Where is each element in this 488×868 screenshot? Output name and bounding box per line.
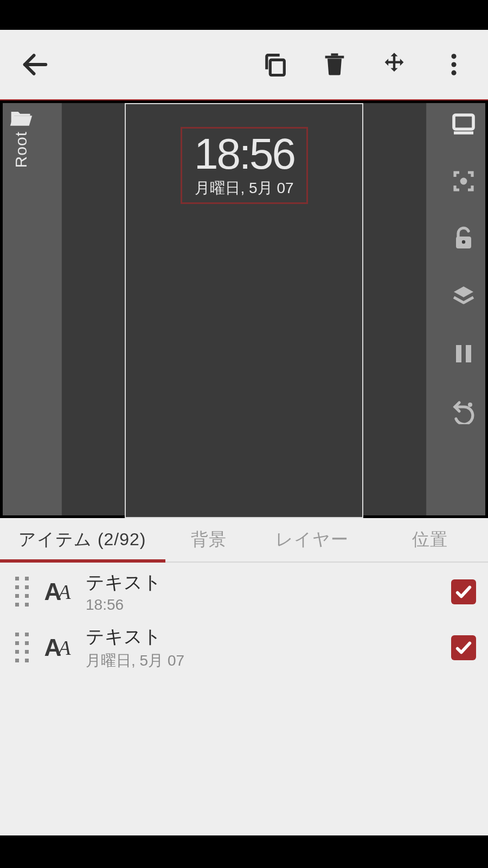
pause-button[interactable] [447,337,480,370]
preview-time-text: 18:56 [194,132,294,176]
move-icon [380,50,408,79]
rotation-lock-icon [451,398,477,424]
toolbar [0,30,488,99]
trash-icon [320,50,349,79]
rotation-lock-button[interactable] [447,395,480,427]
list-item[interactable]: AA テキスト 18:56 [0,565,488,619]
svg-point-6 [451,71,456,75]
tab-position[interactable]: 位置 [371,518,488,561]
back-button[interactable] [4,30,59,99]
svg-point-9 [460,178,467,185]
item-subtitle: 18:56 [86,596,439,614]
svg-point-14 [468,403,472,407]
check-icon [454,639,473,657]
fullscreen-button[interactable] [447,107,480,140]
tab-position-label: 位置 [412,528,448,552]
overflow-menu-button[interactable] [424,30,484,99]
selection-box[interactable]: 18:56 月曜日, 5月 07 [181,127,308,204]
item-title: テキスト [86,570,439,595]
copy-icon [261,50,289,79]
item-subtitle: 月曜日, 5月 07 [86,650,439,671]
check-icon [454,583,473,601]
breadcrumb[interactable]: Root [9,107,33,168]
list-item[interactable]: AA テキスト 月曜日, 5月 07 [0,619,488,676]
tab-active-underline [0,559,165,563]
svg-rect-7 [454,115,473,129]
item-title: テキスト [86,624,439,649]
item-checkbox[interactable] [451,579,476,604]
tab-bar: アイテム (2/92) 背景 レイヤー 位置 [0,518,488,563]
breadcrumb-label: Root [12,131,30,168]
text-type-icon: AA [41,576,74,608]
text-type-icon: AA [41,631,74,664]
items-list: AA テキスト 18:56 AA テキスト 月曜日, 5月 07 [0,563,488,835]
svg-rect-3 [331,53,338,55]
svg-rect-12 [456,345,461,362]
tab-layer[interactable]: レイヤー [252,518,371,561]
item-texts: テキスト 月曜日, 5月 07 [86,624,439,671]
back-arrow-icon [20,49,51,80]
tab-background-label: 背景 [191,528,227,552]
svg-point-5 [451,62,456,67]
move-button[interactable] [364,30,424,99]
focus-button[interactable] [447,165,480,197]
preview-canvas[interactable]: 18:56 月曜日, 5月 07 Root [0,100,488,518]
svg-rect-13 [466,345,471,362]
center-focus-icon [451,168,477,194]
app-root: 18:56 月曜日, 5月 07 Root [0,30,488,835]
svg-rect-2 [325,56,344,59]
layers-button[interactable] [447,280,480,312]
svg-point-11 [462,240,465,244]
drag-handle-icon[interactable] [15,633,29,663]
tab-items[interactable]: アイテム (2/92) [0,518,165,561]
delete-button[interactable] [305,30,364,99]
preview-date-text: 月曜日, 5月 07 [195,178,293,199]
more-vert-icon [440,50,468,79]
drag-handle-icon[interactable] [15,577,29,607]
pause-icon [451,341,477,367]
tab-layer-label: レイヤー [275,528,349,552]
unlock-icon [451,226,477,252]
copy-button[interactable] [245,30,305,99]
item-texts: テキスト 18:56 [86,570,439,614]
canvas-stage: 18:56 月曜日, 5月 07 Root [3,103,485,515]
layers-icon [451,283,477,309]
svg-rect-1 [270,60,284,75]
lock-button[interactable] [447,222,480,255]
tab-background[interactable]: 背景 [165,518,252,561]
item-checkbox[interactable] [451,635,476,660]
monitor-icon [451,111,477,137]
folder-open-icon [9,107,33,128]
tool-rail [447,107,480,427]
svg-point-4 [451,54,456,59]
tab-items-label: アイテム (2/92) [18,528,146,552]
